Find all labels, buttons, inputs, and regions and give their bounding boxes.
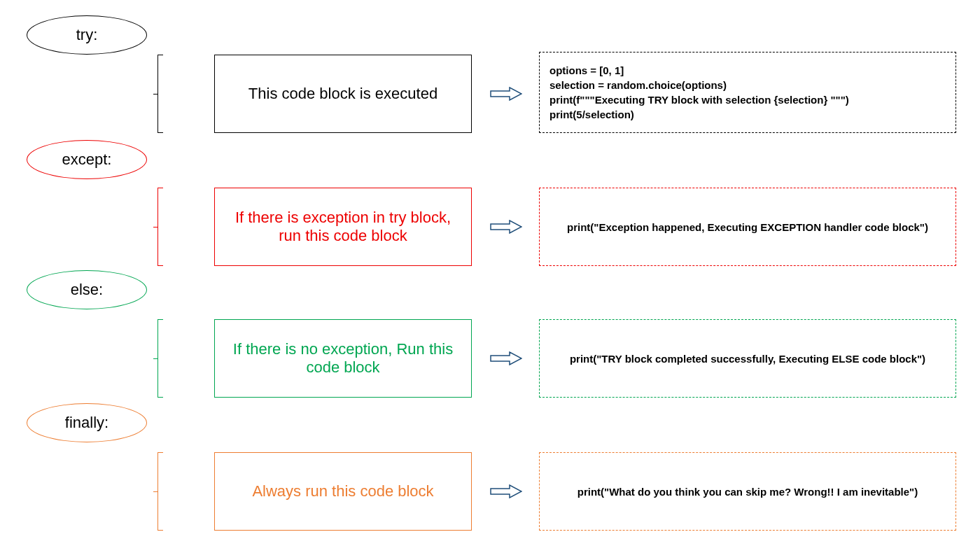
- code-line: options = [0, 1]: [550, 63, 946, 78]
- finally-label: finally:: [65, 414, 108, 432]
- arrow-icon: [490, 220, 522, 234]
- except-bracket: [158, 188, 163, 266]
- else-description-box: If there is no exception, Run this code …: [214, 319, 472, 398]
- else-code-box: print("TRY block completed successfully,…: [539, 319, 956, 398]
- try-description: This code block is executed: [248, 85, 438, 103]
- arrow-icon: [490, 351, 522, 365]
- else-label: else:: [71, 281, 103, 299]
- except-description: If there is exception in try block, run …: [226, 209, 460, 245]
- code-line: print("Exception happened, Executing EXC…: [567, 220, 928, 234]
- try-bracket: [158, 55, 163, 133]
- code-line: print(5/selection): [550, 107, 946, 122]
- code-line: print("What do you think you can skip me…: [578, 484, 918, 499]
- finally-ellipse: finally:: [27, 403, 147, 442]
- code-line: print("TRY block completed successfully,…: [570, 351, 925, 366]
- else-ellipse: else:: [27, 270, 147, 309]
- code-line: print(f"""Executing TRY block with selec…: [550, 92, 946, 107]
- finally-description: Always run this code block: [252, 482, 433, 500]
- else-description: If there is no exception, Run this code …: [226, 340, 460, 377]
- finally-bracket: [158, 452, 163, 531]
- try-label: try:: [76, 26, 98, 44]
- except-ellipse: except:: [27, 140, 147, 179]
- try-code-box: options = [0, 1] selection = random.choi…: [539, 52, 956, 133]
- finally-description-box: Always run this code block: [214, 452, 472, 531]
- except-description-box: If there is exception in try block, run …: [214, 188, 472, 266]
- else-bracket: [158, 319, 163, 398]
- arrow-icon: [490, 87, 522, 101]
- finally-code-box: print("What do you think you can skip me…: [539, 452, 956, 531]
- try-description-box: This code block is executed: [214, 55, 472, 133]
- except-label: except:: [62, 150, 112, 169]
- code-line: selection = random.choice(options): [550, 78, 946, 92]
- try-ellipse: try:: [27, 15, 147, 55]
- arrow-icon: [490, 484, 522, 498]
- except-code-box: print("Exception happened, Executing EXC…: [539, 188, 956, 266]
